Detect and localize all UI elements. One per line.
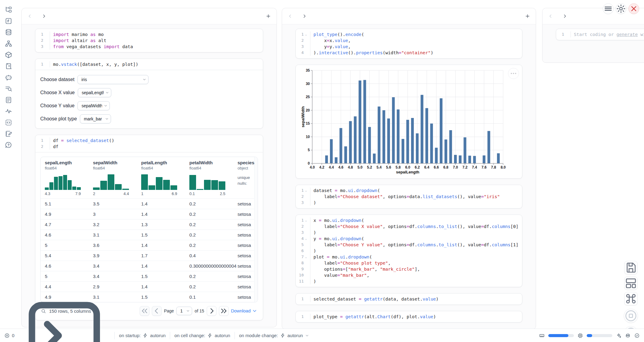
column-header-petalWidth[interactable]: petalWidth float640.12.5: [189, 160, 238, 196]
generate-link[interactable]: generate: [617, 32, 638, 37]
code-line: 3 y=y.value,: [296, 44, 518, 50]
package-icon[interactable]: [5, 51, 12, 59]
dropdown-row: Choose plot type mark_bar: [40, 114, 258, 123]
run-config-item[interactable]: on cell change: autorun: [174, 333, 230, 338]
error-counter[interactable]: 0: [4, 333, 14, 338]
memory-usage-bar: [548, 334, 574, 337]
code-editor-df[interactable]: 1df = selected_dataset()2df: [35, 135, 263, 152]
code-square-icon[interactable]: [5, 119, 12, 126]
dropdown-label: Choose plot type: [40, 116, 77, 122]
column-header-sepalWidth[interactable]: sepalWidth float6424.4: [93, 160, 141, 196]
code-editor-vstack[interactable]: 1mo.vstack([dataset, x, y, plot]): [35, 59, 263, 70]
column-header-petalLength[interactable]: petalLength float6416.9: [141, 160, 189, 196]
choose-plot-type-select[interactable]: mark_bar: [80, 114, 111, 123]
document-icon[interactable]: [5, 96, 12, 104]
scroll-left-button[interactable]: [288, 13, 293, 19]
choose-y-value-select[interactable]: sepalWidth: [77, 101, 110, 110]
save-button[interactable]: [624, 261, 638, 274]
chart-bar: [468, 156, 471, 163]
code-editor-imports[interactable]: 1import marimo as mo2import altair as al…: [35, 29, 263, 52]
plot-encode-cell[interactable]: 1⌄plot_type().encode(2 x=x.value,3 y=y.v…: [295, 29, 522, 59]
svg-text:4.6: 4.6: [338, 165, 344, 169]
file-tree-icon[interactable]: [5, 6, 12, 13]
bot-message-icon[interactable]: [5, 74, 12, 81]
keyboard-shortcuts-button[interactable]: [624, 292, 638, 305]
code-editor-xyplot[interactable]: 1⌄x = mo.ui.dropdown(2 label="Choose X v…: [296, 215, 522, 287]
code-editor-empty[interactable]: 1 Start coding or generate with: [556, 29, 644, 40]
code-editor-selected[interactable]: 1selected_dataset = getattr(data, datase…: [296, 294, 522, 305]
chart-bar: [349, 121, 352, 163]
column-header-sepalLength[interactable]: sepalLength float644.37.9: [45, 160, 93, 196]
stop-button[interactable]: [624, 309, 638, 323]
table-row[interactable]: 4.931.40.2setosa: [41, 209, 258, 219]
notebook-pen-icon[interactable]: [5, 130, 12, 137]
function-square-icon[interactable]: [5, 17, 12, 25]
empty-cell[interactable]: 1 Start coding or generate with: [556, 29, 644, 40]
table-cell: 5: [45, 243, 93, 248]
connection-status-icon[interactable]: [634, 333, 640, 338]
column-name: petalWidth: [189, 160, 238, 165]
scroll-right-button[interactable]: [562, 13, 567, 19]
scroll-right-button[interactable]: [41, 13, 47, 19]
errors-icon: [4, 333, 10, 338]
xy-plot-dropdown-cell[interactable]: 1⌄x = mo.ui.dropdown(2 label="Choose X v…: [295, 215, 522, 287]
code-editor-plottype[interactable]: 1plot_type = getattr(alt.Chart(df), plot…: [296, 311, 522, 322]
column-name: sepalLength: [45, 160, 93, 165]
log-search-icon[interactable]: [5, 85, 12, 92]
run-config-item[interactable]: on startup: autorun: [119, 333, 166, 338]
cpu-usage-bar: [587, 334, 612, 337]
selected-dataset-cell[interactable]: 1selected_dataset = getattr(data, datase…: [295, 293, 522, 305]
scroll-left-button[interactable]: [27, 13, 33, 19]
layout-button[interactable]: [624, 276, 638, 290]
code-editor-encode[interactable]: 1⌄plot_type().encode(2 x=x.value,3 y=y.v…: [296, 29, 522, 58]
scroll-right-button[interactable]: [302, 13, 307, 19]
column-dtype: float64: [189, 166, 238, 170]
run-config-item[interactable]: on module change: autorun: [239, 333, 309, 338]
choose-x-value-select[interactable]: sepalLength: [78, 88, 111, 97]
table-row[interactable]: 4.73.21.30.2setosa: [41, 219, 258, 230]
notebook-column-3: 1 Start coding or generate with: [542, 8, 644, 63]
add-column-button[interactable]: [266, 13, 271, 19]
table-cell: 0.2: [189, 243, 238, 248]
table-row[interactable]: 4.63.41.40.30000000000000004setosa: [41, 261, 258, 271]
bar-chart[interactable]: 4.04.24.44.64.85.05.25.45.65.86.06.26.46…: [301, 67, 515, 175]
table-row[interactable]: 53.61.40.2setosa: [41, 240, 258, 250]
sitemap-icon[interactable]: [5, 40, 12, 47]
table-row[interactable]: 5.43.91.70.4setosa: [41, 250, 258, 261]
menu-button[interactable]: [603, 3, 614, 14]
choose-dataset-select[interactable]: iris: [77, 75, 148, 84]
chart-menu-button[interactable]: [508, 68, 519, 79]
help-circle-icon[interactable]: [5, 141, 12, 149]
svg-text:4.8: 4.8: [348, 165, 353, 169]
chart-bar: [344, 146, 347, 163]
dataset-dropdown-cell[interactable]: 1⌄dataset = mo.ui.dropdown(2 label="Choo…: [295, 185, 522, 208]
shutdown-button[interactable]: [628, 3, 639, 14]
table-row[interactable]: 5.13.51.40.2setosa: [41, 198, 258, 209]
imports-cell[interactable]: 1import marimo as mo2import altair as al…: [35, 29, 263, 52]
cell-placeholder[interactable]: Start coding or generate with: [571, 31, 644, 37]
database-icon[interactable]: [5, 29, 12, 36]
scroll-left-button[interactable]: [548, 13, 553, 19]
code-line: 3): [296, 200, 518, 206]
table-cell: 1.7: [141, 253, 189, 258]
vstack-cell[interactable]: 1mo.vstack([dataset, x, y, plot]) Choose…: [35, 59, 263, 129]
code-line: 1df = selected_dataset(): [35, 137, 259, 144]
code-editor-dataset[interactable]: 1⌄dataset = mo.ui.dropdown(2 label="Choo…: [296, 185, 522, 208]
add-column-button[interactable]: [525, 13, 530, 19]
table-scrollbar[interactable]: [254, 157, 258, 302]
settings-button[interactable]: [616, 3, 626, 14]
plot-type-cell[interactable]: 1plot_type = getattr(alt.Chart(df), plot…: [295, 311, 522, 322]
chart-bar: [387, 119, 390, 163]
ai-sparkles-button[interactable]: [616, 333, 621, 338]
dataframe-table[interactable]: sepalLength float644.37.9 sepalWidth flo…: [40, 157, 258, 302]
column-histogram: [45, 173, 81, 190]
table-row[interactable]: 53.41.50.2setosa: [41, 271, 258, 281]
code-line: 5 label="Choose Y value", options=df.col…: [296, 242, 518, 248]
scroll-icon[interactable]: [5, 62, 12, 70]
svg-text:20: 20: [306, 108, 310, 112]
terminal-button[interactable]: [19, 290, 110, 342]
activity-icon[interactable]: [5, 108, 12, 115]
chart-bar: [335, 157, 338, 163]
table-row[interactable]: 4.63.11.50.2setosa: [41, 230, 258, 240]
copilot-button[interactable]: [625, 333, 631, 338]
